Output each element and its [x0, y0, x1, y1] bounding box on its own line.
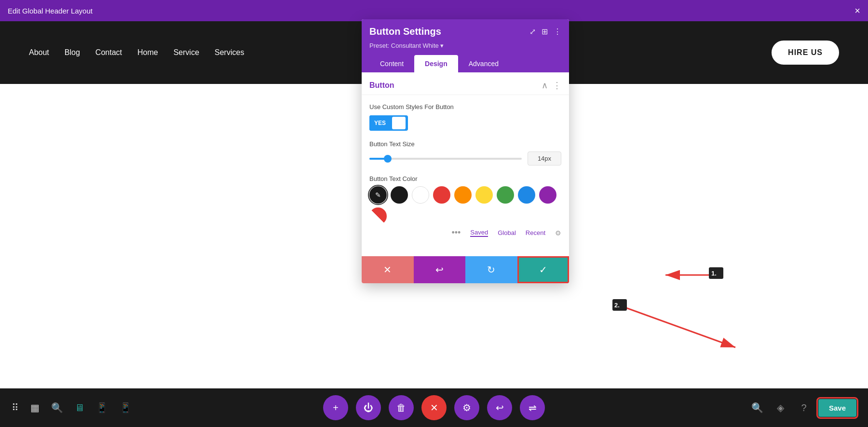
custom-styles-label: Use Custom Styles For Button [369, 103, 561, 111]
white-color-swatch[interactable] [412, 186, 429, 204]
purple-color-swatch[interactable] [539, 186, 556, 204]
nav-services[interactable]: Services [215, 48, 244, 57]
title-bar: Edit Global Header Layout × [0, 0, 868, 21]
nav-contact[interactable]: Contact [95, 48, 122, 57]
tablet-icon[interactable]: 📱 [96, 402, 108, 413]
panel-body: Button ∧ ⋮ Use Custom Styles For Button … [362, 72, 569, 283]
nav-about[interactable]: About [29, 48, 49, 57]
delete-button[interactable]: 🗑 [389, 395, 414, 420]
panel-content: Use Custom Styles For Button YES Button … [362, 95, 569, 256]
nav-links: About Blog Contact Home Service Services [29, 48, 244, 57]
panel-section-controls: ∧ ⋮ [542, 80, 561, 91]
panel-title: Button Settings [369, 26, 441, 37]
history-icon: ↩ [496, 402, 504, 413]
pencil-icon: ✎ [375, 191, 381, 199]
desktop-icon[interactable]: 🖥 [75, 402, 84, 413]
text-color-setting: Button Text Color ✎ ••• [369, 175, 561, 241]
confirm-icon: ✓ [539, 264, 547, 275]
color-tabs: ••• Saved Global Recent ⚙ [369, 225, 561, 241]
nav-service[interactable]: Service [174, 48, 199, 57]
search-toolbar-icon[interactable]: 🔍 [51, 402, 63, 413]
yellow-color-swatch[interactable] [475, 186, 493, 204]
panel-header-icons: ⤢ ⊞ ⋮ [529, 27, 561, 36]
color-tab-global[interactable]: Global [498, 229, 516, 236]
close-element-button[interactable]: ✕ [421, 395, 447, 420]
custom-styles-setting: Use Custom Styles For Button YES [369, 103, 561, 131]
confirm-button[interactable]: ✓ [517, 256, 570, 283]
tab-content[interactable]: Content [369, 55, 414, 72]
bottom-toolbar: ⠿ ▦ 🔍 🖥 📱 📱 + ⏻ 🗑 ✕ ⚙ ↩ ⇌ 🔍 ◈ [0, 388, 868, 427]
green-color-swatch[interactable] [497, 186, 514, 204]
color-tab-saved[interactable]: Saved [470, 229, 488, 237]
none-color-swatch[interactable] [369, 207, 387, 225]
slider-track[interactable] [369, 158, 522, 160]
black-color-swatch[interactable] [391, 186, 408, 204]
layers-icon[interactable]: ◈ [772, 399, 789, 416]
color-settings-icon[interactable]: ⚙ [555, 229, 561, 237]
toolbar-right: 🔍 ◈ ? Save [749, 399, 856, 417]
text-size-setting: Button Text Size 14px [369, 140, 561, 165]
nav-home[interactable]: Home [137, 48, 158, 57]
search-right-icon[interactable]: 🔍 [749, 399, 766, 416]
redo-icon: ↻ [487, 264, 495, 275]
undo-icon: ↩ [435, 264, 444, 275]
power-button[interactable]: ⏻ [356, 395, 381, 420]
panel-section-header: Button ∧ ⋮ [362, 72, 569, 95]
mobile-icon[interactable]: 📱 [120, 402, 132, 413]
settings-button[interactable]: ⚙ [454, 395, 479, 420]
blue-color-swatch[interactable] [518, 186, 535, 204]
orange-color-swatch[interactable] [454, 186, 472, 204]
x-icon: ✕ [430, 402, 438, 413]
layout-icon[interactable]: ▦ [30, 402, 40, 413]
color-dots[interactable]: ••• [451, 228, 461, 238]
custom-styles-toggle[interactable]: YES [369, 115, 408, 131]
panel-section-title: Button [369, 81, 394, 90]
text-size-label: Button Text Size [369, 140, 561, 148]
expand-icon[interactable]: ⤢ [529, 27, 536, 36]
collapse-icon[interactable]: ∧ [542, 80, 548, 91]
panel-title-row: Button Settings ⤢ ⊞ ⋮ [369, 26, 561, 37]
tab-advanced[interactable]: Advanced [458, 55, 509, 72]
help-icon[interactable]: ? [795, 399, 813, 416]
custom-color-swatch[interactable]: ✎ [369, 186, 387, 204]
hire-us-button[interactable]: HIRE US [772, 41, 839, 65]
gear-icon: ⚙ [462, 402, 471, 413]
undo-button[interactable]: ↩ [414, 256, 466, 283]
adjust-button[interactable]: ⇌ [520, 395, 545, 420]
panel-actions: ✕ ↩ ↻ ✓ [362, 256, 569, 283]
redo-button[interactable]: ↻ [465, 256, 517, 283]
slider-thumb[interactable] [384, 155, 392, 163]
plus-icon: + [333, 402, 339, 413]
button-settings-panel: Button Settings ⤢ ⊞ ⋮ Preset: Consultant… [362, 19, 569, 283]
add-element-button[interactable]: + [323, 395, 348, 420]
close-button[interactable]: × [854, 6, 860, 15]
power-icon: ⏻ [364, 402, 373, 413]
red-color-swatch[interactable] [433, 186, 450, 204]
section-more-icon[interactable]: ⋮ [553, 80, 561, 91]
toggle-yes-label: YES [369, 115, 391, 131]
toggle-handle [392, 117, 406, 129]
title-bar-text: Edit Global Header Layout [8, 7, 93, 15]
more-icon[interactable]: ⋮ [554, 27, 561, 36]
nav-blog[interactable]: Blog [65, 48, 80, 57]
text-color-label: Button Text Color [369, 175, 561, 182]
trash-icon: 🗑 [396, 402, 406, 413]
panel-tabs: Content Design Advanced [369, 55, 561, 72]
panel-preset[interactable]: Preset: Consultant White ▾ [369, 42, 561, 49]
tab-design[interactable]: Design [414, 55, 458, 72]
color-swatches: ✎ [369, 186, 561, 225]
toggle-container: YES [369, 115, 561, 131]
cancel-icon: ✕ [383, 264, 392, 275]
sliders-icon: ⇌ [529, 402, 537, 413]
toolbar-left: ⠿ ▦ 🔍 🖥 📱 📱 [12, 402, 132, 413]
toolbar-center: + ⏻ 🗑 ✕ ⚙ ↩ ⇌ [323, 395, 545, 420]
panel-header: Button Settings ⤢ ⊞ ⋮ Preset: Consultant… [362, 19, 569, 72]
color-tab-recent[interactable]: Recent [526, 229, 545, 236]
grid-dots-icon[interactable]: ⠿ [12, 402, 19, 413]
grid-icon[interactable]: ⊞ [542, 27, 548, 36]
save-button[interactable]: Save [818, 399, 856, 417]
slider-value[interactable]: 14px [528, 152, 561, 165]
slider-container: 14px [369, 152, 561, 165]
history-button[interactable]: ↩ [487, 395, 512, 420]
cancel-button[interactable]: ✕ [362, 256, 414, 283]
